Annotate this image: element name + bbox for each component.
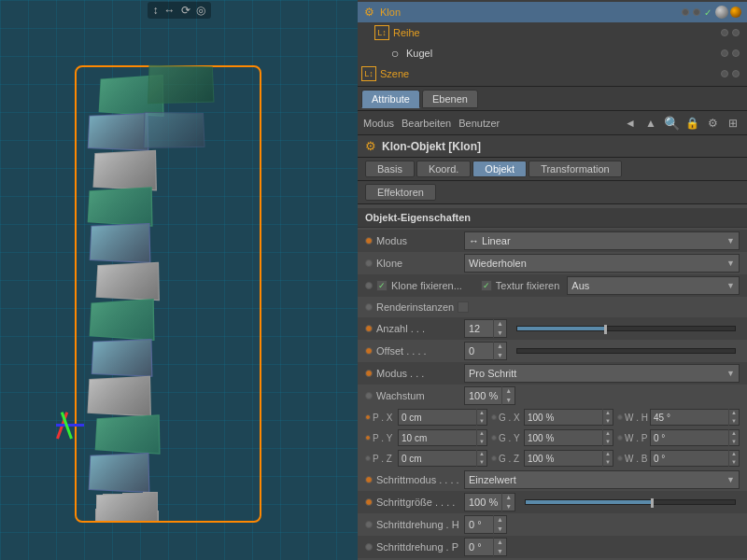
sub-tab-transformation[interactable]: Transformation <box>529 161 622 177</box>
arrow-left-icon[interactable]: ◄ <box>622 115 639 132</box>
px-up[interactable]: ▲ <box>477 409 486 417</box>
offset-down-arrow[interactable]: ▼ <box>494 351 506 360</box>
py-down[interactable]: ▼ <box>477 438 486 446</box>
prop-schrittmodus-label: Schrittmodus . . . . <box>376 474 460 485</box>
prop-dot-modus <box>365 237 373 245</box>
prop-modus2-label: Modus . . . <box>376 368 460 379</box>
gy-spinbox[interactable]: 100 % ▲ ▼ <box>524 429 613 446</box>
szene-dots <box>721 70 740 77</box>
px-spinbox[interactable]: 0 cm ▲ ▼ <box>398 409 487 426</box>
renderinst-checkbox[interactable] <box>458 301 469 313</box>
gz-spinbox[interactable]: 100 % ▲ ▼ <box>524 450 613 467</box>
pz-down[interactable]: ▼ <box>477 458 486 467</box>
wp-down[interactable]: ▼ <box>729 438 739 446</box>
schrittp-down-arrow[interactable]: ▼ <box>494 547 506 556</box>
pz-arrows: ▲ ▼ <box>476 450 486 467</box>
prop-anzahl-label: Anzahl . . . <box>376 323 460 334</box>
toolbar-bearbeiten[interactable]: Bearbeiten <box>402 118 451 129</box>
wachstum-down-arrow[interactable]: ▼ <box>502 396 514 405</box>
prop-modus2-select[interactable]: Pro Schritt ▼ <box>464 364 740 383</box>
sub-tab-basis[interactable]: Basis <box>365 161 415 177</box>
prop-schrittgroesse-slider[interactable] <box>525 499 736 505</box>
prop-offset-spinbox[interactable]: 0 ▲ ▼ <box>464 342 507 360</box>
py-up[interactable]: ▲ <box>477 429 486 438</box>
tree-row-szene[interactable]: L↕ Szene <box>358 63 747 84</box>
wb-down[interactable]: ▼ <box>729 458 739 467</box>
lock-icon[interactable]: 🔒 <box>684 115 700 132</box>
anzahl-down-arrow[interactable]: ▼ <box>494 329 506 338</box>
schrittp-up-arrow[interactable]: ▲ <box>494 538 506 547</box>
wb-up[interactable]: ▲ <box>729 450 739 458</box>
tab-ebenen[interactable]: Ebenen <box>422 90 478 108</box>
gz-label: G . Z <box>499 454 522 464</box>
szene-label: Szene <box>380 68 721 79</box>
gz-up[interactable]: ▲ <box>603 450 613 458</box>
prop-klone-select[interactable]: Wiederholen ▼ <box>464 254 740 273</box>
tree-row-kugel[interactable]: ○ Kugel <box>358 43 747 63</box>
klonefix-checkbox[interactable] <box>376 280 388 291</box>
prop-wachstum-spinbox[interactable]: 100 % ▲ ▼ <box>464 386 515 405</box>
offset-up-arrow[interactable]: ▲ <box>494 342 506 351</box>
tab-attribute[interactable]: Attribute <box>361 90 420 108</box>
prop-schrittp-spinbox[interactable]: 0 ° ▲ ▼ <box>464 538 507 556</box>
gy-down[interactable]: ▼ <box>603 438 613 446</box>
gx-down[interactable]: ▼ <box>603 417 613 426</box>
toolbar-benutzer[interactable]: Benutzer <box>458 118 500 129</box>
gz-down[interactable]: ▼ <box>603 458 613 467</box>
prop-renderinst-label: Renderinstanzen <box>376 301 469 313</box>
py-spinbox[interactable]: 10 cm ▲ ▼ <box>398 429 487 446</box>
prop-grid-row3: P . Z 0 cm ▲ ▼ G . Z 100 % ▲ ▼ <box>358 448 747 469</box>
anzahl-slider-fill <box>517 327 604 330</box>
prop-texturfix-select[interactable]: Aus ▼ <box>567 276 740 295</box>
schrittgroesse-down-arrow[interactable]: ▼ <box>502 502 514 511</box>
prop-schritth-spinbox[interactable]: 0 ° ▲ ▼ <box>464 515 507 534</box>
sub-tab-effektoren[interactable]: Effektoren <box>365 184 436 201</box>
arrow-up-icon[interactable]: ▲ <box>642 115 659 132</box>
grid-icon[interactable]: ⊞ <box>725 115 741 132</box>
gx-spinbox[interactable]: 100 % ▲ ▼ <box>524 409 613 426</box>
schrittp-value: 0 ° <box>465 541 493 553</box>
schritth-up-arrow[interactable]: ▲ <box>494 515 506 525</box>
prop-schrittgroesse-spinbox[interactable]: 100 % ▲ ▼ <box>464 493 515 511</box>
texturfix-checkbox[interactable] <box>481 280 492 291</box>
wh-down[interactable]: ▼ <box>729 417 739 426</box>
tree-row-reihe[interactable]: L↕ Reihe <box>358 22 747 43</box>
prop-dot-wb <box>617 455 623 461</box>
prop-anzahl-slider[interactable] <box>516 326 736 331</box>
anzahl-up-arrow[interactable]: ▲ <box>494 319 506 329</box>
prop-dot-schrittmodus <box>365 476 373 483</box>
px-down[interactable]: ▼ <box>477 417 486 426</box>
schrittgroesse-up-arrow[interactable]: ▲ <box>502 493 514 502</box>
main-tabs: Attribute Ebenen <box>358 87 747 111</box>
prop-schrittmodus-select[interactable]: Einzelwert ▼ <box>464 470 740 489</box>
wb-spinbox[interactable]: 0 ° ▲ ▼ <box>650 450 740 467</box>
prop-dot-klone <box>365 259 373 267</box>
toolbar-modus[interactable]: Modus <box>363 118 394 129</box>
gy-up[interactable]: ▲ <box>603 429 613 438</box>
wp-up[interactable]: ▲ <box>729 429 739 438</box>
wh-up[interactable]: ▲ <box>729 409 739 417</box>
wp-spinbox[interactable]: 0 ° ▲ ▼ <box>650 429 740 446</box>
klon-check: ✓ <box>704 7 712 18</box>
pz-spinbox[interactable]: 0 cm ▲ ▼ <box>398 450 487 467</box>
wp-arrows: ▲ ▼ <box>728 429 739 446</box>
search-icon[interactable]: 🔍 <box>663 115 680 132</box>
prop-renderinst-row: Renderinstanzen <box>358 297 747 317</box>
offset-value: 0 <box>465 345 493 357</box>
gx-up[interactable]: ▲ <box>603 409 613 417</box>
schritth-down-arrow[interactable]: ▼ <box>494 525 506 534</box>
viewport-3d[interactable]: ↕ ↔ ⟳ ◎ <box>0 0 358 560</box>
prop-dot-py <box>365 435 371 441</box>
sub-tab-koord[interactable]: Koord. <box>416 161 471 177</box>
wh-spinbox[interactable]: 45 ° ▲ ▼ <box>650 409 740 426</box>
sub-tab-objekt[interactable]: Objekt <box>472 161 527 177</box>
reihe-dots <box>721 29 740 36</box>
pz-up[interactable]: ▲ <box>477 450 486 458</box>
wachstum-up-arrow[interactable]: ▲ <box>502 386 514 396</box>
settings-icon[interactable]: ⚙ <box>704 115 721 132</box>
prop-dot-wh <box>617 414 623 420</box>
prop-modus-select[interactable]: ↔ Linear ▼ <box>464 231 740 250</box>
prop-anzahl-spinbox[interactable]: 12 ▲ ▼ <box>464 319 507 338</box>
tree-row-klon[interactable]: ⚙ Klon ✓ <box>358 2 747 22</box>
prop-offset-slider[interactable] <box>516 348 736 354</box>
